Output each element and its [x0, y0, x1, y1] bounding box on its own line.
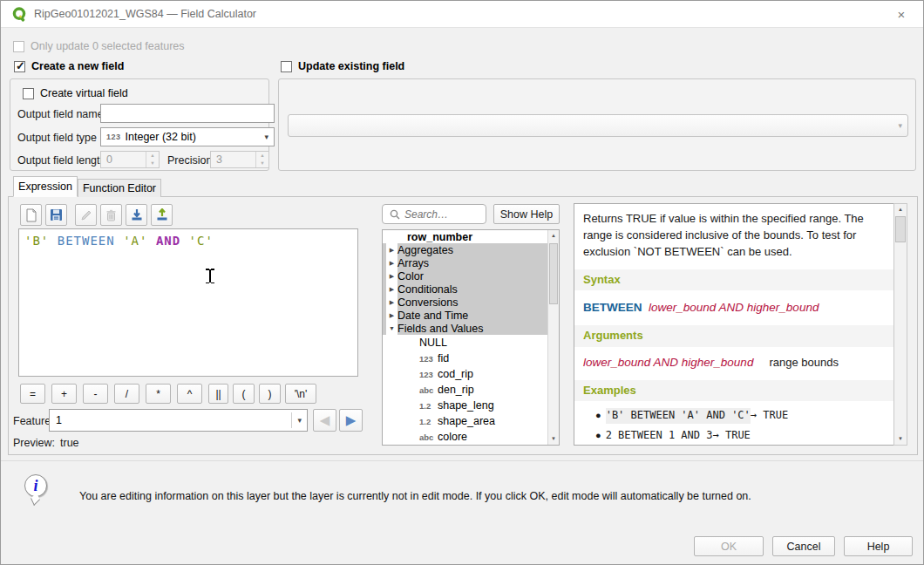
checkbox-box[interactable]: [23, 88, 34, 99]
chevron-right-icon: ▶: [386, 269, 397, 282]
expression-token: BETWEEN: [58, 234, 123, 248]
expression-token: 'C': [189, 234, 214, 248]
save-expression-button[interactable]: [45, 204, 67, 226]
expression-editor[interactable]: 'B' BETWEEN 'A' AND 'C': [18, 228, 358, 377]
show-help-button[interactable]: Show Help: [493, 204, 560, 224]
tree-group-fields-and-values[interactable]: ▼Fields and Values: [383, 322, 559, 335]
feature-value: 1: [50, 414, 62, 426]
op-close-paren-button[interactable]: ): [259, 384, 281, 404]
example-item: ●'B' BETWEEN 'A' AND 'C' → TRUE: [595, 408, 885, 423]
tree-label: Date and Time: [397, 310, 468, 322]
chevron-right-icon: ▶: [386, 296, 397, 309]
scrollbar-thumb[interactable]: [895, 216, 906, 242]
tree-item-cod-rip[interactable]: 123cod_rip: [383, 366, 559, 382]
chevron-right-icon: ▶: [386, 282, 397, 296]
tree-group-date-and-time[interactable]: ▶Date and Time: [383, 309, 559, 322]
op-minus-button[interactable]: -: [83, 384, 108, 404]
spinner-buttons: ▲▼: [255, 152, 268, 167]
op-equals-button[interactable]: =: [20, 384, 45, 404]
examples-heading: Examples: [574, 380, 893, 402]
footer-divider: [1, 460, 923, 461]
create-virtual-field-checkbox[interactable]: Create virtual field: [23, 87, 128, 99]
argument-line: lower_bound AND higher_boundrange bounds: [583, 354, 885, 371]
op-multiply-button[interactable]: *: [146, 384, 171, 404]
new-expression-button[interactable]: [20, 204, 42, 226]
checkbox-box[interactable]: [281, 61, 292, 72]
tree-label: Color: [397, 270, 424, 282]
tab-expression-label: Expression: [18, 180, 72, 193]
tree-item-shape-leng[interactable]: 1.2shape_leng: [383, 398, 559, 413]
tree-label: row_number: [407, 231, 472, 243]
qgis-logo-icon: [11, 6, 28, 23]
op-newline-button[interactable]: '\n': [285, 384, 316, 404]
tree-group-aggregates[interactable]: ▶Aggregates: [383, 243, 559, 256]
integer-field-icon: 123: [419, 354, 438, 364]
help-scrollbar[interactable]: ▲ ▼: [893, 203, 907, 446]
tree-item-shape-area[interactable]: 1.2shape_area: [383, 413, 559, 429]
import-expressions-button[interactable]: [126, 204, 147, 226]
search-input[interactable]: [404, 208, 479, 221]
tree-label: cod_rip: [438, 368, 473, 380]
ok-label: OK: [721, 541, 737, 553]
export-expressions-button[interactable]: [151, 204, 173, 226]
tree-group-file-and-path[interactable]: ▶File and Path: [383, 445, 559, 446]
tree-item-fid[interactable]: 123fid: [383, 351, 559, 366]
op-power-button[interactable]: ^: [177, 384, 202, 404]
output-field-name-input[interactable]: [100, 104, 275, 123]
tree-scrollbar[interactable]: ▲ ▼: [547, 230, 559, 445]
create-virtual-field-label: Create virtual field: [40, 87, 128, 99]
create-new-field-checkbox[interactable]: Create a new field: [14, 60, 124, 72]
tree-item-colore[interactable]: abccolore: [383, 429, 559, 445]
field-calculator-dialog: RipGeo01012021_WGS84 — Field Calculator …: [0, 0, 924, 565]
function-tree: row_number ▶Aggregates ▶Arrays ▶Color ▶C…: [382, 229, 560, 446]
edit-expression-button: [75, 204, 97, 226]
tree-group-conditionals[interactable]: ▶Conditionals: [383, 282, 559, 296]
previous-feature-button: ◀: [313, 409, 336, 432]
tree-label: NULL: [419, 337, 447, 349]
help-button[interactable]: Help: [844, 536, 913, 556]
op-label: ||: [215, 388, 221, 400]
argument-desc: range bounds: [769, 356, 839, 369]
example-code: 'B' BETWEEN 'A' AND 'C': [606, 408, 751, 423]
tab-function-editor[interactable]: Function Editor: [78, 179, 161, 197]
update-existing-field-checkbox[interactable]: Update existing field: [281, 60, 404, 72]
feature-combo[interactable]: 1 ▾: [49, 409, 308, 432]
syntax-keyword: BETWEEN: [583, 301, 642, 314]
preview-label: Preview:: [13, 437, 55, 449]
output-field-type-label: Output field type: [17, 132, 97, 144]
tree-group-arrays[interactable]: ▶Arrays: [383, 256, 559, 269]
ok-button: OK: [694, 536, 764, 556]
cancel-button[interactable]: Cancel: [772, 536, 835, 556]
tree-label: shape_leng: [438, 399, 494, 412]
scroll-down-icon[interactable]: ▼: [548, 433, 559, 445]
tree-item-null[interactable]: NULL: [383, 335, 559, 351]
tab-expression[interactable]: Expression: [13, 176, 78, 197]
tree-item-row-number[interactable]: row_number: [383, 230, 559, 243]
text-field-icon: abc: [419, 385, 438, 395]
tree-label: Arrays: [397, 257, 429, 269]
output-field-type-combo[interactable]: 123 Integer (32 bit) ▾: [100, 127, 275, 146]
scroll-up-icon[interactable]: ▲: [548, 230, 559, 242]
precision-label: Precision: [167, 154, 212, 167]
op-plus-button[interactable]: +: [51, 384, 77, 404]
scroll-down-icon[interactable]: ▼: [894, 433, 907, 445]
op-open-paren-button[interactable]: (: [233, 384, 255, 404]
expression-token: 'B': [24, 234, 58, 248]
op-divide-button[interactable]: /: [114, 384, 139, 404]
checkbox-box[interactable]: [14, 61, 25, 72]
tree-item-den-rip[interactable]: abcden_rip: [383, 382, 559, 398]
scrollbar-thumb[interactable]: [549, 243, 558, 304]
op-concat-button[interactable]: ||: [208, 384, 228, 404]
next-feature-button[interactable]: ▶: [339, 409, 363, 432]
op-label: ): [268, 388, 272, 400]
tree-group-color[interactable]: ▶Color: [383, 269, 559, 282]
example-item: ●2 BETWEEN 1 AND 3 → TRUE: [595, 428, 885, 443]
close-icon[interactable]: ×: [892, 6, 911, 24]
tree-group-conversions[interactable]: ▶Conversions: [383, 296, 559, 309]
preview-value: true: [60, 437, 79, 449]
function-search-box[interactable]: [382, 204, 486, 224]
feature-label: Feature: [13, 415, 51, 427]
help-label: Help: [867, 541, 890, 553]
scroll-up-icon[interactable]: ▲: [894, 204, 907, 215]
output-field-length-label: Output field length: [17, 154, 105, 167]
